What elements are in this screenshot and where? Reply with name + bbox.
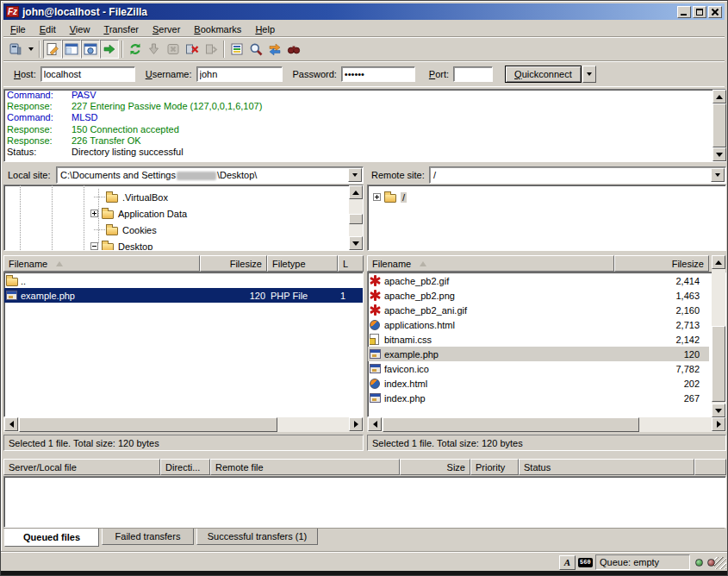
close-button[interactable] [708,6,722,18]
minimize-button[interactable] [677,6,691,18]
chevron-down-icon [715,173,720,179]
filezilla-window: Fz john@localhost - FileZilla File Edit … [0,0,728,576]
scroll-down-button[interactable] [712,147,726,161]
filter-button[interactable] [227,40,246,59]
menu-transfer[interactable]: Transfer [96,22,146,36]
disconnect-button[interactable] [183,40,202,59]
local-site-dropdown[interactable] [348,168,362,182]
remote-site-label: Remote site: [371,167,425,183]
scroll-right-button[interactable] [349,417,363,431]
tree-item-desktop[interactable]: Desktop [90,238,152,251]
scroll-left-button[interactable] [368,417,382,431]
toggle-remote-tree-button[interactable] [81,40,100,59]
queue-column-size[interactable]: Size [400,459,470,475]
tree-item-virtualbox[interactable]: .VirtualBox [94,189,168,205]
toggle-local-tree-button[interactable] [62,40,81,59]
refresh-button[interactable] [126,40,145,59]
scrollbar-thumb[interactable] [712,326,725,402]
process-queue-button[interactable] [145,40,164,59]
tree-item-application-data[interactable]: Application Data [90,205,187,222]
quickconnect-button[interactable]: Quickconnect [505,66,582,83]
username-input[interactable] [196,66,283,82]
menu-view[interactable]: View [63,22,97,36]
scroll-down-button[interactable] [349,236,363,250]
scrollbar-thumb[interactable] [19,417,277,432]
scroll-down-button[interactable] [712,404,725,417]
scroll-up-button[interactable] [712,255,725,269]
local-tree-scrollbar[interactable] [349,185,363,250]
file-row-parent[interactable]: .. [4,273,363,288]
host-input[interactable] [40,66,135,82]
quickconnect-dropdown[interactable] [582,66,596,83]
expand-plus-icon[interactable] [373,193,381,201]
remote-list-hscrollbar[interactable] [367,417,726,432]
scroll-up-button[interactable] [712,90,726,103]
site-manager-dropdown[interactable] [25,40,36,59]
site-manager-button[interactable] [6,40,25,59]
scroll-left-button[interactable] [4,417,18,431]
file-row[interactable]: bitnami.css 2,142 [368,332,725,347]
queue-column-status[interactable]: Status [519,459,694,475]
remote-selection-status: Selected 1 file. Total size: 120 bytes [367,435,726,451]
queue-column-blank[interactable] [694,459,726,475]
maximize-button[interactable] [693,6,706,18]
remote-list-scrollbar[interactable] [712,255,725,417]
file-row[interactable]: index.html 202 [368,376,725,391]
local-tree: .VirtualBox Application Data Cookies Des… [3,185,364,251]
log-scrollbar[interactable] [712,90,726,161]
local-column-modified[interactable]: L [338,255,364,272]
toggle-queue-button[interactable] [100,40,119,59]
local-column-filename[interactable]: Filename [3,255,200,272]
port-input[interactable] [453,66,493,82]
cancel-operation-button[interactable] [164,40,183,59]
tree-item-root[interactable]: / [373,189,407,205]
scrollbar-thumb[interactable] [383,417,639,432]
expand-plus-icon[interactable] [90,210,98,217]
scrollbar-thumb[interactable] [349,214,363,224]
synchronized-browsing-button[interactable] [265,40,284,59]
menu-file[interactable]: File [3,22,33,36]
local-column-filesize[interactable]: Filesize [200,255,267,272]
menu-edit[interactable]: Edit [33,22,63,36]
local-column-filetype[interactable]: Filetype [267,255,338,272]
queue-column-direction[interactable]: Directi... [160,459,210,475]
collapse-minus-icon[interactable] [90,242,98,250]
speed-limits-indicator[interactable]: 560 [578,558,593,567]
file-row[interactable]: apache_pb2.png 1,463 [368,288,725,303]
local-selection-status: Selected 1 file. Total size: 120 bytes [3,435,364,451]
remote-site-combo[interactable]: / [429,166,726,184]
file-row-selected[interactable]: example.php 120 [368,347,709,361]
file-row[interactable]: index.php 267 [368,391,725,405]
find-files-button[interactable] [284,40,303,59]
menu-server[interactable]: Server [146,22,187,36]
tab-queued-files[interactable]: Queued files [4,529,99,547]
remote-column-filename[interactable]: Filename [367,255,614,272]
scroll-right-button[interactable] [712,417,725,431]
scroll-up-button[interactable] [349,185,363,199]
resize-grip-icon[interactable] [714,557,726,569]
file-row[interactable]: apache_pb2.gif 2,414 [368,273,725,288]
tree-item-cookies[interactable]: Cookies [94,222,157,238]
toggle-log-button[interactable] [43,40,62,59]
queue-column-priority[interactable]: Priority [470,459,519,475]
queue-column-server-local-file[interactable]: Server/Local file [3,459,160,475]
file-row[interactable]: favicon.ico 7,782 [368,361,725,376]
menu-help[interactable]: Help [248,22,282,36]
reconnect-button[interactable] [202,40,221,59]
file-row-example-php[interactable]: example.php 120 PHP File 1 [4,288,363,303]
titlebar[interactable]: Fz john@localhost - FileZilla [3,3,725,20]
remote-column-filesize[interactable]: Filesize [614,255,709,272]
scrollbar-thumb[interactable] [712,103,726,147]
file-row[interactable]: apache_pb2_ani.gif 2,160 [368,303,725,317]
tab-failed-transfers[interactable]: Failed transfers [102,529,194,545]
password-input[interactable] [341,66,415,82]
queue-column-remote-file[interactable]: Remote file [210,459,400,475]
local-site-combo[interactable]: C:\Documents and Settings\Desktop\ [56,166,364,184]
file-row[interactable]: applications.html 2,713 [368,317,725,332]
menu-bookmarks[interactable]: Bookmarks [187,22,248,36]
directory-comparison-button[interactable] [246,40,265,59]
remote-site-dropdown[interactable] [711,168,725,182]
tab-successful-transfers[interactable]: Successful transfers (1) [196,529,318,545]
local-list-hscrollbar[interactable] [3,417,364,432]
transfer-type-indicator[interactable]: A [559,555,576,570]
